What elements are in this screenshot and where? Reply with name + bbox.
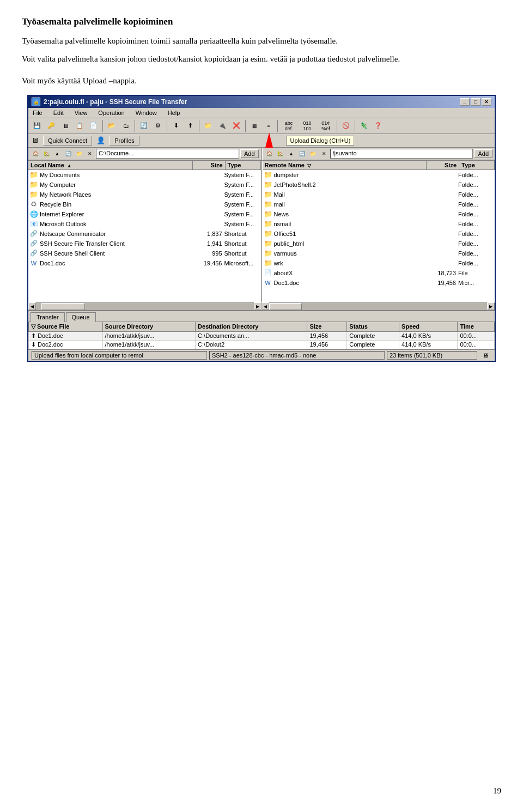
abc-button[interactable]: abcdef bbox=[280, 120, 297, 132]
local-col-type[interactable]: Type bbox=[226, 161, 261, 169]
local-newfolder-button[interactable]: 📁 bbox=[74, 149, 84, 159]
th-size[interactable]: Size bbox=[307, 322, 347, 331]
open-button[interactable]: 📂 bbox=[105, 120, 118, 132]
remote-file-row[interactable]: 📁MailFolde... bbox=[263, 190, 495, 199]
disconnect-button[interactable]: ❌ bbox=[230, 120, 243, 132]
transfer-row[interactable]: ⬆ Doc1.doc/home1/atkk/jsuv...C:\Document… bbox=[29, 331, 495, 340]
maximize-button[interactable]: □ bbox=[471, 98, 481, 106]
path-button[interactable]: 📁 bbox=[202, 120, 215, 132]
stop-button[interactable]: 🚫 bbox=[339, 120, 352, 132]
remote-file-row[interactable]: 📁varmuusFolde... bbox=[263, 249, 495, 258]
scroll-left-arrow[interactable]: ◀ bbox=[28, 302, 36, 310]
local-file-row[interactable]: 🔗SSH Secure Shell Client995Shortcut bbox=[28, 249, 261, 258]
title-bar: 🔒 2:paju.oulu.fi - paju - SSH Secure Fil… bbox=[28, 96, 495, 108]
local-path-box[interactable]: C:\Docume... bbox=[96, 149, 239, 159]
remote-col-name[interactable]: Remote Name ▽ bbox=[263, 161, 427, 169]
down-button[interactable]: ⬇ bbox=[169, 120, 183, 132]
local-add-button[interactable]: Add bbox=[240, 149, 259, 158]
profiles-button[interactable]: Profiles bbox=[110, 136, 139, 146]
remote-path-box[interactable]: /jsuvanto bbox=[330, 149, 473, 159]
remote-up-button[interactable]: ▲ bbox=[287, 149, 296, 159]
menu-help[interactable]: Help bbox=[166, 109, 183, 117]
save-button[interactable]: 💾 bbox=[31, 120, 44, 132]
list-button[interactable]: ≡ bbox=[262, 120, 275, 132]
local-file-list: 📁My DocumentsSystem F...📁My ComputerSyst… bbox=[28, 170, 261, 302]
remote-newfolder-button[interactable]: 📁 bbox=[308, 149, 318, 159]
local-file-row[interactable]: 📁My DocumentsSystem F... bbox=[28, 170, 261, 180]
local-file-row[interactable]: 📁My ComputerSystem F... bbox=[28, 180, 261, 190]
menu-window[interactable]: Window bbox=[133, 109, 159, 117]
local-file-row[interactable]: 🌐Internet ExplorerSystem F... bbox=[28, 209, 261, 219]
remote-file-row[interactable]: 📁public_htmlFolde... bbox=[263, 239, 495, 249]
terminal-button[interactable]: 🖥 bbox=[59, 120, 72, 132]
menu-edit[interactable]: Edit bbox=[51, 109, 66, 117]
local-file-row[interactable]: 📁My Network PlacesSystem F... bbox=[28, 190, 261, 199]
question-button[interactable]: ❓ bbox=[372, 120, 385, 132]
paragraph-1: Työasemalta palvelimelle kopioiminen toi… bbox=[22, 35, 501, 47]
local-col-name[interactable]: Local Name ▲ bbox=[28, 161, 193, 169]
num-button[interactable]: 010101 bbox=[299, 120, 316, 132]
remote-file-row[interactable]: WDoc1.doc19,456Micr... bbox=[263, 278, 495, 288]
remote-add-button[interactable]: Add bbox=[474, 149, 492, 158]
remote-file-row[interactable]: 📁JetPhotoShell.2Folde... bbox=[263, 180, 495, 190]
remote-file-row[interactable]: 📁mailFolde... bbox=[263, 199, 495, 209]
th-dest-dir[interactable]: Destination Directory bbox=[196, 322, 307, 331]
menu-file[interactable]: File bbox=[31, 109, 45, 117]
remote-file-row[interactable]: 📁NewsFolde... bbox=[263, 209, 495, 219]
th-speed[interactable]: Speed bbox=[399, 322, 458, 331]
remote-file-row[interactable]: 📁nsmailFolde... bbox=[263, 219, 495, 229]
remote-col-type[interactable]: Type bbox=[459, 161, 495, 169]
grid-button[interactable]: ▦ bbox=[248, 120, 261, 132]
local-file-row[interactable]: 📧Microsoft OutlookSystem F... bbox=[28, 219, 261, 229]
copy-button[interactable]: 📋 bbox=[73, 120, 86, 132]
remote-col-size[interactable]: Size bbox=[427, 161, 459, 169]
local-refresh-button[interactable]: 🔄 bbox=[63, 149, 73, 159]
help-icon[interactable]: 🦎 bbox=[357, 120, 370, 132]
remote-file-row[interactable]: 📁wrkFolde... bbox=[263, 258, 495, 268]
folder-button[interactable]: 🗂 bbox=[119, 120, 132, 132]
scroll-right-arrow[interactable]: ▶ bbox=[254, 302, 262, 310]
local-file-row[interactable]: 🔗SSH Secure File Transfer Client1,941Sho… bbox=[28, 239, 261, 249]
tab-queue[interactable]: Queue bbox=[66, 312, 96, 322]
up-button[interactable]: ⬆ bbox=[184, 120, 197, 132]
key-button[interactable]: 🔑 bbox=[45, 120, 58, 132]
remote-refresh-button[interactable]: 🔄 bbox=[297, 149, 307, 159]
menu-operation[interactable]: Operation bbox=[96, 109, 126, 117]
local-home-button[interactable]: 🏡 bbox=[41, 149, 51, 159]
remote-file-row[interactable]: 📁Office51Folde... bbox=[263, 229, 495, 239]
refresh-button[interactable]: 🔄 bbox=[137, 120, 150, 132]
th-time[interactable]: Time bbox=[458, 322, 495, 331]
local-up-button[interactable]: ▲ bbox=[52, 149, 62, 159]
local-panel: Local Name ▲ Size Type 📁My DocumentsSyst… bbox=[28, 161, 261, 302]
remote-file-row[interactable]: 📁dumpsterFolde... bbox=[263, 170, 495, 180]
scroll-right-arrow-2[interactable]: ▶ bbox=[487, 302, 495, 310]
ssh-window: 🔒 2:paju.oulu.fi - paju - SSH Secure Fil… bbox=[27, 95, 496, 362]
status-bar: Upload files from local computer to remo… bbox=[28, 349, 495, 361]
tab-transfer[interactable]: Transfer bbox=[31, 312, 65, 322]
settings-button[interactable]: ⚙ bbox=[151, 120, 165, 132]
close-button[interactable]: ✕ bbox=[482, 98, 491, 106]
local-file-row[interactable]: WDoc1.doc19,456Microsoft... bbox=[28, 258, 261, 268]
connect-button[interactable]: 🔌 bbox=[216, 120, 229, 132]
local-file-row[interactable]: ♻Recycle BinSystem F... bbox=[28, 199, 261, 209]
th-source-dir[interactable]: Source Directory bbox=[102, 322, 196, 331]
remote-delete-button[interactable]: ✕ bbox=[319, 149, 329, 159]
transfer-row[interactable]: ⬇ Doc2.doc/home1/atkk/jsuv...C:\Dokut219… bbox=[29, 340, 495, 349]
remote-file-row[interactable]: 📄aboutX18,723File bbox=[263, 268, 495, 278]
remote-back-button[interactable]: 🏠 bbox=[265, 149, 275, 159]
scroll-left-arrow-2[interactable]: ◀ bbox=[262, 302, 269, 310]
paragraph-2: Voit valita palvelimelta kansion johon t… bbox=[22, 53, 501, 65]
local-delete-button[interactable]: ✕ bbox=[85, 149, 95, 159]
paste-button[interactable]: 📄 bbox=[87, 120, 100, 132]
local-back-button[interactable]: 🏠 bbox=[31, 149, 40, 159]
local-scrollbar[interactable]: ◀ ▶ ◀ ▶ bbox=[28, 302, 495, 310]
hex-button[interactable]: 01¢%ef bbox=[317, 120, 335, 132]
remote-home-button[interactable]: 🏡 bbox=[276, 149, 285, 159]
local-col-size[interactable]: Size bbox=[193, 161, 226, 169]
quick-connect-button[interactable]: Quick Connect bbox=[43, 136, 92, 146]
menu-view[interactable]: View bbox=[72, 109, 90, 117]
local-file-row[interactable]: 🔗Netscape Communicator1,837Shortcut bbox=[28, 229, 261, 239]
th-source-file[interactable]: ▽ Source File bbox=[29, 322, 103, 331]
th-status[interactable]: Status bbox=[347, 322, 399, 331]
minimize-button[interactable]: _ bbox=[460, 98, 470, 106]
